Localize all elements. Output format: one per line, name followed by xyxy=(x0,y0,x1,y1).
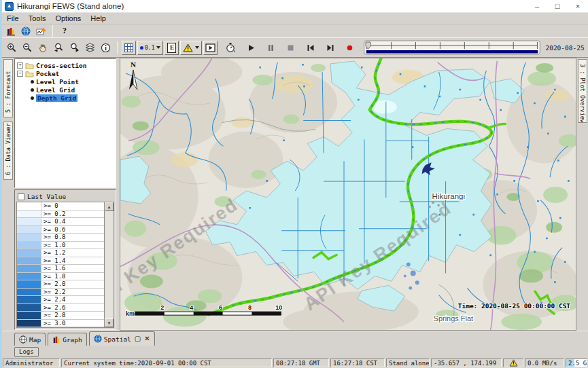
minimize-button[interactable]: – xyxy=(527,0,547,12)
legend-swatch xyxy=(17,273,41,280)
animation-window-button[interactable] xyxy=(203,41,218,55)
tab-data-viewer[interactable]: 6 : Data Viewer xyxy=(3,122,13,180)
skip-to-start-button[interactable] xyxy=(303,41,317,55)
map-display-button[interactable] xyxy=(20,25,32,37)
legend-swatch xyxy=(17,320,41,327)
zoom-in-button[interactable] xyxy=(5,41,19,55)
menu-options[interactable]: Options xyxy=(50,14,86,23)
status-warning[interactable] xyxy=(503,358,523,367)
map-time-label: Time: 2020-08-25 00:00:00 CST xyxy=(458,302,571,310)
legend-row: >= 0.8 xyxy=(17,234,104,242)
layers-button[interactable] xyxy=(83,41,97,55)
right-tab-strip: 3 : Plot Overview xyxy=(576,58,588,331)
current-datetime: 2020-08-25 00:00:00 CST xyxy=(545,44,588,52)
timeseries-display-button[interactable] xyxy=(35,25,47,37)
tab-spatial[interactable]: Spatial ▢ ✕ xyxy=(89,331,155,346)
svg-text:10: 10 xyxy=(275,304,282,311)
pan-button[interactable] xyxy=(36,41,50,55)
menu-help[interactable]: Help xyxy=(86,14,111,23)
legend-swatch xyxy=(17,218,41,225)
contour-value: 0.1 xyxy=(145,45,154,51)
tree-node-pocket[interactable]: − Pocket xyxy=(16,69,115,77)
legend-swatch xyxy=(17,304,41,312)
chevron-down-icon xyxy=(195,46,199,49)
scroll-down-icon[interactable]: ▼ xyxy=(105,318,114,327)
contour-dropdown[interactable]: 0.1 xyxy=(137,41,163,55)
legend-swatch xyxy=(17,265,41,272)
svg-text:km: km xyxy=(126,310,135,317)
contour-dot-icon xyxy=(140,46,143,50)
legend-swatch xyxy=(17,249,41,257)
record-button[interactable] xyxy=(343,41,357,55)
legend-swatch xyxy=(17,280,41,288)
menu-tools[interactable]: Tools xyxy=(24,14,51,23)
timer-button[interactable] xyxy=(223,41,237,55)
legend-row: >= 0.4 xyxy=(17,218,104,226)
skip-start-icon xyxy=(307,44,315,52)
play-button[interactable] xyxy=(244,41,258,55)
svg-text:N: N xyxy=(131,60,136,69)
map-view[interactable]: API Key Required API Key Required Hikura… xyxy=(120,58,576,331)
legend-swatch xyxy=(17,234,41,241)
zoom-next-button[interactable] xyxy=(67,41,82,55)
legend-row: >= 1.0 xyxy=(17,242,104,250)
timeline-slider[interactable] xyxy=(364,39,540,56)
tab-graph[interactable]: Graph xyxy=(48,333,87,346)
folder-icon xyxy=(25,70,34,77)
menu-bar: File Tools Options Help xyxy=(2,13,588,24)
app-icon: ▲ xyxy=(5,2,14,11)
status-local-time: 16:27:18 CST xyxy=(330,358,385,367)
zoom-next-icon xyxy=(69,43,80,53)
bullet-icon xyxy=(31,88,34,92)
warning-dropdown[interactable] xyxy=(180,41,202,55)
last-value-checkbox[interactable] xyxy=(18,194,24,200)
legend-swatch xyxy=(17,296,41,303)
tab-close-icon[interactable]: ✕ xyxy=(144,335,150,342)
toolbar-separator xyxy=(117,41,118,54)
status-coordinates: -35.657 , 174.199 xyxy=(431,358,502,367)
legend-row: >= 0.6 xyxy=(17,226,104,234)
legend-toggle-button[interactable]: E xyxy=(165,41,179,55)
skip-to-end-button[interactable] xyxy=(323,41,337,55)
zoom-previous-button[interactable] xyxy=(52,41,66,55)
tree-leaf-depth-grid[interactable]: Depth Grid xyxy=(16,94,115,102)
legend-row: >= 0 xyxy=(17,202,104,210)
tree-leaf-level-point[interactable]: Level Point xyxy=(16,77,115,86)
legend-row: >= 2.4 xyxy=(17,296,104,304)
scroll-up-icon[interactable]: ▲ xyxy=(105,202,114,211)
legend-row: >= 2.8 xyxy=(17,312,104,320)
record-icon xyxy=(346,44,353,52)
legend-row: >= 1.6 xyxy=(17,265,104,273)
legend-swatch xyxy=(17,289,41,296)
tab-forecast[interactable]: 5 : Forecast xyxy=(3,59,13,117)
menu-file[interactable]: File xyxy=(2,14,24,23)
legend-row: >= 3.0 xyxy=(17,320,104,327)
tree-leaf-level-grid[interactable]: Level Grid xyxy=(16,86,115,94)
collapse-minus-icon[interactable]: − xyxy=(17,71,23,77)
pause-button[interactable] xyxy=(264,41,278,55)
expand-plus-icon[interactable]: + xyxy=(17,62,23,69)
tab-maximize-icon[interactable]: ▢ xyxy=(135,335,141,342)
tree-node-cross-section[interactable]: + Cross-section xyxy=(16,61,115,69)
status-bar: Administrator Current system time:2020-0… xyxy=(2,358,588,368)
database-statistics-button[interactable] xyxy=(5,25,17,37)
tab-plot-overview[interactable]: 3 : Plot Overview xyxy=(578,59,587,123)
bottom-tab-bar: Map Graph Spatial ▢ ✕ xyxy=(2,331,588,346)
stop-icon xyxy=(287,44,294,52)
skip-end-icon xyxy=(326,44,334,52)
info-button[interactable] xyxy=(99,41,113,55)
main-toolbar: ? xyxy=(2,24,588,37)
tab-map[interactable]: Map xyxy=(14,333,46,346)
zoom-out-button[interactable] xyxy=(20,41,35,55)
help-button[interactable]: ? xyxy=(58,25,71,37)
grid-button[interactable] xyxy=(122,41,136,55)
status-network-rate: 0.0 MB/s xyxy=(525,358,564,367)
close-button[interactable]: × xyxy=(568,0,588,12)
data-viewer-panel: + Cross-section − Pocket Level Point xyxy=(14,58,117,331)
maximize-button[interactable]: □ xyxy=(547,0,568,12)
grid-icon xyxy=(124,43,133,52)
stop-button[interactable] xyxy=(283,41,298,55)
svg-text:6: 6 xyxy=(219,304,222,311)
legend-scrollbar[interactable]: ▲ ▼ xyxy=(104,202,114,327)
logs-tab[interactable]: Logs xyxy=(14,347,39,357)
